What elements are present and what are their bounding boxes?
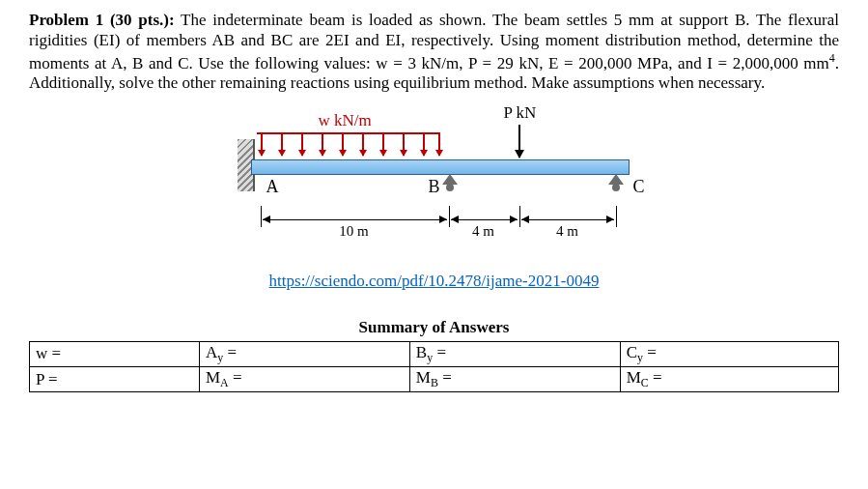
distributed-load-label: w kN/m: [319, 111, 372, 130]
distributed-load-arrow-icon: [281, 132, 283, 156]
answers-table: w = Ay = By = Cy = P = MA = MB = MC =: [29, 341, 839, 393]
distributed-load-arrow-icon: [261, 132, 263, 156]
distributed-load-bar-icon: [257, 132, 440, 134]
cell-p: P =: [30, 367, 200, 392]
cell-cy: Cy =: [620, 341, 838, 366]
distributed-load-arrow-icon: [301, 132, 303, 156]
distributed-load-arrow-icon: [382, 132, 384, 156]
distributed-load-arrow-icon: [342, 132, 344, 156]
beam-figure-container: P kN w kN/m A B C: [29, 103, 839, 258]
point-load-arrow-icon: [518, 125, 520, 158]
distributed-load-arrow-icon: [423, 132, 425, 156]
roller-support-b-icon: [440, 174, 460, 191]
cell-mb: MB =: [409, 367, 620, 392]
point-load-label: P kN: [504, 103, 537, 123]
dimension-pc: 4 m: [554, 223, 580, 240]
problem-statement: Problem 1 (30 pts.): The indeterminate b…: [29, 10, 839, 94]
distributed-load-arrow-icon: [438, 132, 440, 156]
cell-w: w =: [30, 341, 200, 366]
node-c-label: C: [633, 177, 645, 197]
summary-title: Summary of Answers: [29, 318, 839, 337]
dimension-bp: 4 m: [470, 223, 496, 240]
distributed-load-arrow-icon: [362, 132, 364, 156]
beam-icon: [251, 159, 630, 175]
table-row: w = Ay = By = Cy =: [30, 341, 839, 366]
cell-by: By =: [409, 341, 620, 366]
reference-link-container: https://sciendo.com/pdf/10.2478/ijame-20…: [29, 272, 839, 291]
distributed-load-arrow-icon: [403, 132, 405, 156]
cell-mc: MC =: [620, 367, 838, 392]
problem-heading: Problem 1 (30 pts.):: [29, 11, 175, 29]
roller-support-c-icon: [606, 174, 626, 191]
node-a-label: A: [266, 177, 279, 197]
cell-ma: MA =: [199, 367, 409, 392]
dimension-ab: 10 m: [337, 223, 370, 240]
table-row: P = MA = MB = MC =: [30, 367, 839, 392]
beam-figure: P kN w kN/m A B C: [222, 103, 647, 258]
distributed-load-arrow-icon: [322, 132, 323, 156]
node-b-label: B: [429, 177, 440, 197]
dimension-line: 10 m 4 m 4 m: [261, 206, 628, 233]
reference-link[interactable]: https://sciendo.com/pdf/10.2478/ijame-20…: [269, 272, 600, 290]
cell-ay: Ay =: [199, 341, 409, 366]
